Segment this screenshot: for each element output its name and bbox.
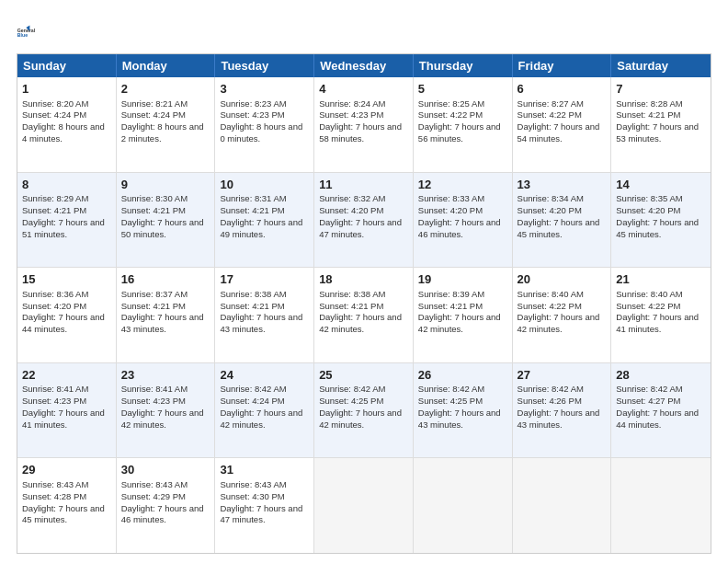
sunset-text: Sunset: 4:20 PM bbox=[616, 205, 680, 215]
sunset-text: Sunset: 4:20 PM bbox=[518, 205, 582, 215]
day-cell-19: 19Sunrise: 8:39 AMSunset: 4:21 PMDayligh… bbox=[414, 268, 513, 362]
daylight-text: Daylight: 7 hours and 56 minutes. bbox=[418, 121, 501, 144]
sunset-text: Sunset: 4:23 PM bbox=[319, 109, 383, 120]
empty-cell bbox=[611, 458, 711, 553]
day-number: 22 bbox=[22, 367, 111, 384]
day-number: 16 bbox=[121, 271, 210, 288]
day-number: 27 bbox=[518, 367, 607, 384]
day-cell-15: 15Sunrise: 8:36 AMSunset: 4:20 PMDayligh… bbox=[17, 268, 117, 362]
daylight-text: Daylight: 7 hours and 44 minutes. bbox=[22, 312, 105, 334]
page: General Blue SundayMondayTuesdayWednesda… bbox=[0, 0, 728, 563]
day-cell-18: 18Sunrise: 8:38 AMSunset: 4:21 PMDayligh… bbox=[314, 268, 414, 362]
sunset-text: Sunset: 4:22 PM bbox=[518, 109, 582, 120]
header-day-thursday: Thursday bbox=[414, 54, 513, 77]
daylight-text: Daylight: 7 hours and 49 minutes. bbox=[220, 217, 302, 239]
daylight-text: Daylight: 7 hours and 42 minutes. bbox=[518, 312, 600, 334]
calendar-row-5: 29Sunrise: 8:43 AMSunset: 4:28 PMDayligh… bbox=[17, 457, 711, 553]
calendar-row-1: 1Sunrise: 8:20 AMSunset: 4:24 PMDaylight… bbox=[17, 77, 711, 172]
day-cell-28: 28Sunrise: 8:42 AMSunset: 4:27 PMDayligh… bbox=[611, 363, 711, 458]
day-number: 31 bbox=[220, 462, 309, 478]
header-day-wednesday: Wednesday bbox=[314, 54, 414, 77]
sunset-text: Sunset: 4:20 PM bbox=[319, 205, 383, 215]
sunrise-text: Sunrise: 8:40 AM bbox=[518, 289, 584, 299]
header-day-tuesday: Tuesday bbox=[215, 54, 314, 77]
sunrise-text: Sunrise: 8:23 AM bbox=[220, 98, 286, 109]
daylight-text: Daylight: 7 hours and 45 minutes. bbox=[518, 217, 600, 239]
day-cell-9: 9Sunrise: 8:30 AMSunset: 4:21 PMDaylight… bbox=[117, 173, 216, 268]
day-cell-12: 12Sunrise: 8:33 AMSunset: 4:20 PMDayligh… bbox=[414, 173, 513, 268]
sunrise-text: Sunrise: 8:43 AM bbox=[220, 479, 286, 489]
day-cell-13: 13Sunrise: 8:34 AMSunset: 4:20 PMDayligh… bbox=[513, 173, 612, 268]
sunrise-text: Sunrise: 8:43 AM bbox=[121, 479, 188, 489]
day-number: 26 bbox=[418, 367, 507, 384]
day-cell-31: 31Sunrise: 8:43 AMSunset: 4:30 PMDayligh… bbox=[215, 458, 314, 553]
day-number: 21 bbox=[616, 271, 706, 288]
sunset-text: Sunset: 4:24 PM bbox=[121, 109, 186, 120]
daylight-text: Daylight: 7 hours and 43 minutes. bbox=[418, 408, 501, 430]
empty-cell bbox=[513, 458, 612, 553]
daylight-text: Daylight: 7 hours and 42 minutes. bbox=[121, 408, 204, 430]
day-number: 20 bbox=[518, 271, 607, 288]
daylight-text: Daylight: 8 hours and 4 minutes. bbox=[22, 121, 105, 144]
day-number: 17 bbox=[220, 271, 309, 288]
day-number: 15 bbox=[22, 271, 111, 288]
day-number: 8 bbox=[22, 177, 111, 193]
sunrise-text: Sunrise: 8:42 AM bbox=[418, 384, 484, 394]
daylight-text: Daylight: 7 hours and 53 minutes. bbox=[616, 121, 699, 144]
sunset-text: Sunset: 4:28 PM bbox=[22, 491, 86, 501]
header-day-saturday: Saturday bbox=[611, 54, 711, 77]
daylight-text: Daylight: 7 hours and 47 minutes. bbox=[319, 217, 402, 239]
sunset-text: Sunset: 4:21 PM bbox=[220, 205, 284, 215]
sunset-text: Sunset: 4:29 PM bbox=[121, 491, 186, 501]
sunset-text: Sunset: 4:21 PM bbox=[121, 205, 186, 215]
daylight-text: Daylight: 7 hours and 43 minutes. bbox=[121, 312, 204, 334]
calendar-body: 1Sunrise: 8:20 AMSunset: 4:24 PMDaylight… bbox=[17, 77, 711, 553]
empty-cell bbox=[314, 458, 414, 553]
day-cell-6: 6Sunrise: 8:27 AMSunset: 4:22 PMDaylight… bbox=[513, 77, 612, 172]
sunset-text: Sunset: 4:21 PM bbox=[220, 301, 284, 311]
daylight-text: Daylight: 8 hours and 2 minutes. bbox=[121, 121, 204, 144]
daylight-text: Daylight: 7 hours and 51 minutes. bbox=[22, 217, 105, 239]
day-number: 4 bbox=[319, 81, 408, 98]
daylight-text: Daylight: 7 hours and 45 minutes. bbox=[22, 503, 105, 525]
sunrise-text: Sunrise: 8:42 AM bbox=[518, 384, 584, 394]
sunset-text: Sunset: 4:23 PM bbox=[22, 396, 86, 406]
daylight-text: Daylight: 7 hours and 44 minutes. bbox=[616, 408, 699, 430]
day-number: 7 bbox=[616, 81, 706, 98]
day-number: 10 bbox=[220, 177, 309, 193]
sunrise-text: Sunrise: 8:33 AM bbox=[418, 193, 484, 203]
day-number: 11 bbox=[319, 177, 408, 193]
sunrise-text: Sunrise: 8:27 AM bbox=[518, 98, 584, 109]
sunset-text: Sunset: 4:20 PM bbox=[22, 301, 86, 311]
sunset-text: Sunset: 4:26 PM bbox=[518, 396, 582, 406]
day-cell-4: 4Sunrise: 8:24 AMSunset: 4:23 PMDaylight… bbox=[314, 77, 414, 172]
header-day-sunday: Sunday bbox=[17, 54, 117, 77]
sunrise-text: Sunrise: 8:41 AM bbox=[22, 384, 88, 394]
sunrise-text: Sunrise: 8:21 AM bbox=[121, 98, 188, 109]
day-number: 24 bbox=[220, 367, 309, 384]
sunrise-text: Sunrise: 8:24 AM bbox=[319, 98, 385, 109]
sunrise-text: Sunrise: 8:35 AM bbox=[616, 193, 682, 203]
daylight-text: Daylight: 7 hours and 46 minutes. bbox=[418, 217, 501, 239]
sunset-text: Sunset: 4:24 PM bbox=[22, 109, 86, 120]
sunset-text: Sunset: 4:25 PM bbox=[418, 396, 483, 406]
day-number: 13 bbox=[518, 177, 607, 193]
day-cell-7: 7Sunrise: 8:28 AMSunset: 4:21 PMDaylight… bbox=[611, 77, 711, 172]
day-number: 3 bbox=[220, 81, 309, 98]
daylight-text: Daylight: 7 hours and 43 minutes. bbox=[518, 408, 600, 430]
svg-text:Blue: Blue bbox=[17, 32, 28, 38]
sunrise-text: Sunrise: 8:29 AM bbox=[22, 193, 88, 203]
sunrise-text: Sunrise: 8:42 AM bbox=[616, 384, 682, 394]
sunset-text: Sunset: 4:22 PM bbox=[418, 109, 483, 120]
sunset-text: Sunset: 4:23 PM bbox=[121, 396, 186, 406]
day-cell-17: 17Sunrise: 8:38 AMSunset: 4:21 PMDayligh… bbox=[215, 268, 314, 362]
calendar-header: SundayMondayTuesdayWednesdayThursdayFrid… bbox=[17, 54, 711, 77]
day-cell-11: 11Sunrise: 8:32 AMSunset: 4:20 PMDayligh… bbox=[314, 173, 414, 268]
sunrise-text: Sunrise: 8:42 AM bbox=[319, 384, 385, 394]
sunset-text: Sunset: 4:23 PM bbox=[220, 109, 284, 120]
day-number: 28 bbox=[616, 367, 706, 384]
daylight-text: Daylight: 7 hours and 42 minutes. bbox=[319, 408, 402, 430]
daylight-text: Daylight: 7 hours and 41 minutes. bbox=[616, 312, 699, 334]
day-number: 19 bbox=[418, 271, 507, 288]
sunset-text: Sunset: 4:25 PM bbox=[319, 396, 383, 406]
